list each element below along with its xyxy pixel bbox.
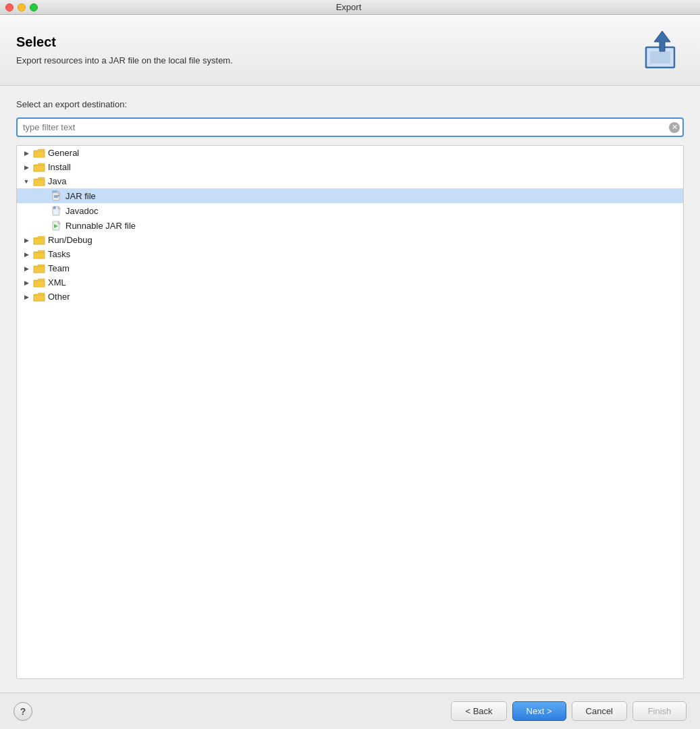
- label-tasks: Tasks: [48, 249, 70, 259]
- window-title: Export: [3, 2, 695, 12]
- toggle-general: ▶: [22, 149, 30, 157]
- dialog-body: Select an export destination: ✕ ▶ Genera…: [0, 86, 700, 693]
- tree-item-xml[interactable]: ▶ XML: [17, 275, 683, 290]
- tree-item-java[interactable]: ▼ Java: [17, 174, 683, 188]
- javadoc-icon: @: [52, 205, 61, 216]
- folder-icon-java: [33, 177, 45, 186]
- folder-icon-team: [33, 264, 45, 273]
- filter-input-wrapper: ✕: [16, 117, 684, 137]
- label-install: Install: [48, 162, 71, 172]
- tree-item-other[interactable]: ▶ Other: [17, 290, 683, 304]
- footer-buttons: < Back Next > Cancel Finish: [451, 701, 686, 721]
- tree-item-jar-file[interactable]: ▶ JAR file: [17, 188, 683, 203]
- folder-icon-other: [33, 292, 45, 302]
- toggle-other: ▶: [22, 293, 30, 301]
- tree-item-team[interactable]: ▶ Team: [17, 261, 683, 275]
- toggle-tasks: ▶: [22, 250, 30, 259]
- label-other: Other: [48, 292, 70, 302]
- svg-rect-8: [52, 190, 57, 193]
- tree-item-run-debug[interactable]: ▶ Run/Debug: [17, 233, 683, 247]
- label-jar-file: JAR file: [65, 191, 96, 201]
- tree-item-tasks[interactable]: ▶ Tasks: [17, 247, 683, 261]
- destination-label: Select an export destination:: [16, 99, 684, 109]
- runnable-jar-icon: [52, 220, 61, 231]
- help-button[interactable]: ?: [14, 702, 32, 721]
- filter-clear-button[interactable]: ✕: [669, 122, 680, 133]
- folder-icon-xml: [33, 278, 45, 288]
- svg-text:@: @: [54, 207, 57, 210]
- label-javadoc: Javadoc: [65, 206, 98, 216]
- tree-item-general[interactable]: ▶ General: [17, 146, 683, 160]
- header-text: Select Export resources into a JAR file …: [16, 34, 233, 65]
- dialog-subtitle: Export resources into a JAR file on the …: [16, 55, 233, 65]
- svg-rect-1: [650, 51, 670, 63]
- tree-item-install[interactable]: ▶ Install: [17, 160, 683, 174]
- label-run-debug: Run/Debug: [48, 235, 92, 245]
- label-xml: XML: [48, 277, 66, 288]
- tree-item-javadoc[interactable]: ▶ @ Javadoc: [17, 203, 683, 218]
- dialog-footer: ? < Back Next > Cancel Finish: [0, 693, 700, 729]
- next-button[interactable]: Next >: [512, 701, 566, 721]
- folder-icon-install: [33, 163, 45, 172]
- folder-icon-run-debug: [33, 236, 45, 245]
- filter-input[interactable]: [16, 117, 684, 137]
- footer-left: ?: [14, 702, 32, 721]
- jar-file-icon: [52, 190, 61, 201]
- label-java: Java: [48, 176, 66, 186]
- toggle-run-debug: ▶: [22, 236, 30, 244]
- dialog-title: Select: [16, 34, 233, 50]
- folder-icon-tasks: [33, 250, 45, 259]
- back-button[interactable]: < Back: [451, 701, 506, 721]
- dialog-header: Select Export resources into a JAR file …: [0, 15, 700, 86]
- cancel-button[interactable]: Cancel: [572, 701, 627, 721]
- folder-icon-general: [33, 148, 45, 158]
- label-team: Team: [48, 263, 70, 273]
- toggle-team: ▶: [22, 265, 30, 273]
- export-dialog: Select Export resources into a JAR file …: [0, 15, 700, 729]
- tree-container[interactable]: ▶ General ▶ Install ▼: [16, 145, 684, 679]
- toggle-xml: ▶: [22, 279, 30, 287]
- export-icon: [641, 28, 684, 72]
- toggle-install: ▶: [22, 163, 30, 171]
- finish-button[interactable]: Finish: [632, 701, 686, 721]
- label-runnable-jar: Runnable JAR file: [65, 221, 136, 231]
- label-general: General: [48, 148, 79, 158]
- tree-item-runnable-jar[interactable]: ▶ Runnable JAR file: [17, 218, 683, 233]
- toggle-java: ▼: [22, 178, 30, 186]
- title-bar: Export: [0, 0, 700, 15]
